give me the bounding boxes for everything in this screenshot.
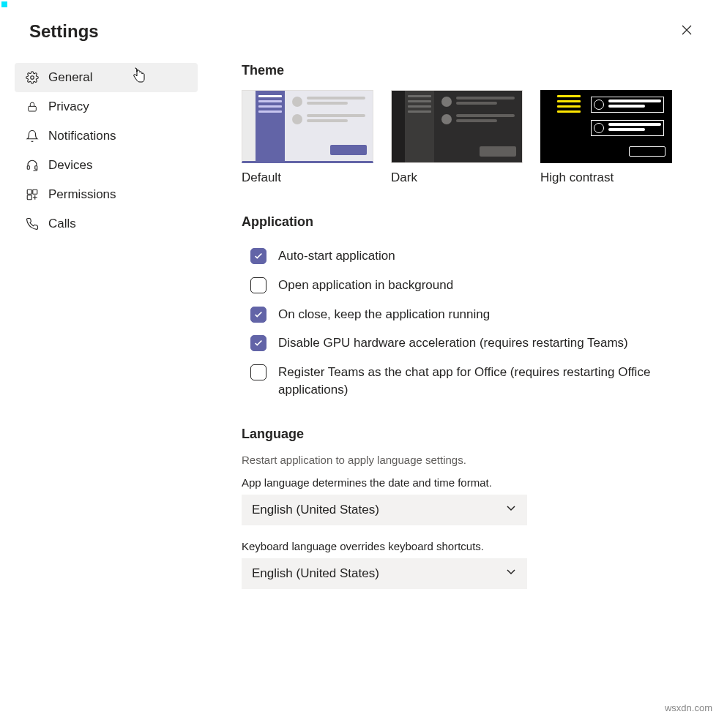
- theme-preview-dark: [391, 90, 523, 163]
- theme-option-default[interactable]: Default: [242, 90, 373, 185]
- svg-rect-5: [33, 189, 37, 194]
- checkbox-keep-running[interactable]: [250, 307, 266, 323]
- sidebar-item-devices[interactable]: Devices: [15, 151, 198, 180]
- checkbox-register-office[interactable]: [250, 364, 266, 380]
- checkbox-disable-gpu[interactable]: [250, 335, 266, 351]
- select-value: English (United States): [252, 566, 379, 581]
- keyboard-language-label: Keyboard language overrides keyboard sho…: [242, 540, 698, 552]
- sidebar-item-label: Devices: [48, 158, 92, 173]
- settings-sidebar: General Privacy Notifications Devices: [15, 63, 198, 604]
- sidebar-item-general[interactable]: General: [15, 63, 198, 92]
- headset-icon: [25, 158, 40, 173]
- svg-point-0: [31, 76, 34, 80]
- theme-label: High contrast: [540, 170, 672, 185]
- checkbox-open-background[interactable]: [250, 277, 266, 293]
- checkbox-row-keep-running: On close, keep the application running: [242, 300, 698, 329]
- sidebar-item-permissions[interactable]: Permissions: [15, 180, 198, 209]
- checkbox-label: Auto-start application: [278, 247, 395, 265]
- chevron-down-icon: [505, 502, 517, 517]
- checkbox-label: Open application in background: [278, 277, 453, 294]
- close-icon: [682, 25, 692, 38]
- checkbox-autostart[interactable]: [250, 248, 266, 264]
- watermark: wsxdn.com: [665, 702, 712, 713]
- checkbox-row-disable-gpu: Disable GPU hardware acceleration (requi…: [242, 329, 698, 358]
- language-heading: Language: [242, 427, 698, 442]
- apps-icon: [25, 187, 40, 202]
- sidebar-item-notifications[interactable]: Notifications: [15, 121, 198, 151]
- select-value: English (United States): [252, 503, 379, 517]
- language-restart-hint: Restart application to apply language se…: [242, 454, 698, 466]
- sidebar-item-calls[interactable]: Calls: [15, 209, 198, 239]
- chevron-down-icon: [505, 566, 517, 581]
- bell-icon: [25, 129, 40, 143]
- pointer-cursor-icon: [132, 67, 146, 89]
- theme-preview-high-contrast: [540, 90, 672, 163]
- sidebar-item-label: Notifications: [48, 129, 116, 143]
- application-heading: Application: [242, 214, 698, 230]
- svg-rect-6: [27, 195, 31, 200]
- checkbox-label: Register Teams as the chat app for Offic…: [278, 364, 698, 399]
- svg-rect-3: [35, 166, 37, 170]
- theme-option-dark[interactable]: Dark: [391, 90, 523, 185]
- checkbox-label: On close, keep the application running: [278, 306, 490, 323]
- checkbox-row-autostart: Auto-start application: [242, 241, 698, 271]
- sidebar-item-label: Permissions: [48, 187, 116, 202]
- sidebar-item-label: Calls: [48, 217, 76, 231]
- phone-icon: [25, 217, 40, 231]
- svg-rect-4: [27, 189, 31, 194]
- app-language-select[interactable]: English (United States): [242, 495, 527, 525]
- theme-label: Default: [242, 170, 373, 185]
- close-button[interactable]: [676, 20, 698, 42]
- checkbox-row-register-office: Register Teams as the chat app for Offic…: [242, 358, 698, 405]
- checkbox-row-open-background: Open application in background: [242, 271, 698, 300]
- gear-icon: [25, 70, 40, 85]
- page-title: Settings: [29, 21, 99, 42]
- theme-preview-default: [242, 90, 373, 163]
- theme-heading: Theme: [242, 63, 698, 78]
- theme-label: Dark: [391, 170, 523, 185]
- theme-option-high-contrast[interactable]: High contrast: [540, 90, 672, 185]
- svg-rect-2: [27, 166, 29, 170]
- sidebar-item-label: General: [48, 70, 92, 85]
- app-language-label: App language determines the date and tim…: [242, 476, 698, 489]
- svg-rect-1: [29, 106, 37, 111]
- checkbox-label: Disable GPU hardware acceleration (requi…: [278, 334, 628, 352]
- sidebar-item-privacy[interactable]: Privacy: [15, 92, 198, 121]
- sidebar-item-label: Privacy: [48, 100, 89, 114]
- keyboard-language-select[interactable]: English (United States): [242, 558, 527, 589]
- lock-icon: [25, 100, 40, 114]
